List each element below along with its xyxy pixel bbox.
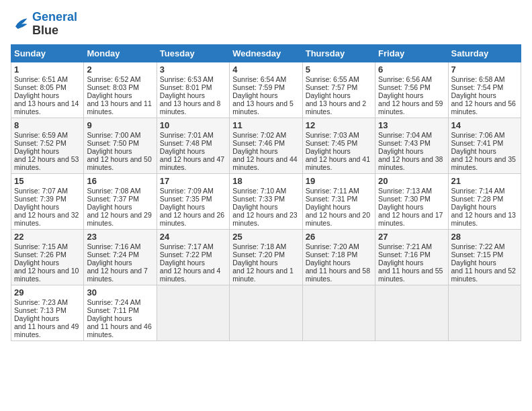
day-number: 20 (378, 176, 445, 186)
day-number: 3 (160, 64, 226, 75)
day-number: 16 (87, 176, 153, 186)
day-number: 8 (14, 120, 81, 130)
col-header-wednesday: Wednesday (230, 44, 302, 62)
day-number: 2 (87, 64, 153, 75)
calendar-cell: 9Sunrise: 7:00 AMSunset: 7:50 PMDaylight… (84, 118, 157, 173)
calendar-cell: 28Sunrise: 7:22 AMSunset: 7:15 PMDayligh… (448, 229, 521, 285)
day-number: 30 (87, 287, 153, 298)
calendar-cell: 27Sunrise: 7:21 AMSunset: 7:16 PMDayligh… (375, 229, 448, 285)
calendar-cell: 20Sunrise: 7:13 AMSunset: 7:30 PMDayligh… (375, 173, 448, 229)
calendar-cell: 18Sunrise: 7:10 AMSunset: 7:33 PMDayligh… (230, 173, 302, 229)
day-number: 18 (232, 176, 299, 186)
calendar-cell: 6Sunrise: 6:56 AMSunset: 7:56 PMDaylight… (375, 62, 448, 118)
day-number: 19 (306, 176, 372, 186)
logo-text: GeneralBlue (32, 11, 77, 38)
logo: GeneralBlue (11, 11, 77, 38)
calendar-cell: 30Sunrise: 7:24 AMSunset: 7:11 PMDayligh… (84, 285, 157, 340)
calendar-cell: 7Sunrise: 6:58 AMSunset: 7:54 PMDaylight… (448, 62, 521, 118)
day-number: 24 (160, 232, 226, 242)
day-number: 7 (451, 64, 518, 75)
day-number: 1 (14, 64, 81, 75)
day-number: 23 (87, 232, 153, 242)
calendar-cell: 14Sunrise: 7:06 AMSunset: 7:41 PMDayligh… (448, 118, 521, 173)
calendar-cell: 16Sunrise: 7:08 AMSunset: 7:37 PMDayligh… (84, 173, 157, 229)
day-number: 14 (451, 120, 518, 130)
col-header-friday: Friday (375, 44, 448, 62)
day-number: 21 (451, 176, 518, 186)
calendar-cell (157, 285, 229, 340)
day-number: 9 (87, 120, 153, 130)
logo-bird-icon (11, 15, 30, 34)
day-number: 29 (14, 287, 81, 298)
day-number: 5 (306, 64, 372, 75)
calendar-cell: 10Sunrise: 7:01 AMSunset: 7:48 PMDayligh… (157, 118, 229, 173)
day-number: 11 (232, 120, 299, 130)
calendar-cell: 22Sunrise: 7:15 AMSunset: 7:26 PMDayligh… (11, 229, 84, 285)
calendar-cell: 21Sunrise: 7:14 AMSunset: 7:28 PMDayligh… (448, 173, 521, 229)
calendar-cell: 26Sunrise: 7:20 AMSunset: 7:18 PMDayligh… (302, 229, 375, 285)
calendar-cell: 24Sunrise: 7:17 AMSunset: 7:22 PMDayligh… (157, 229, 229, 285)
calendar-cell: 17Sunrise: 7:09 AMSunset: 7:35 PMDayligh… (157, 173, 229, 229)
day-number: 13 (378, 120, 445, 130)
calendar-cell (448, 285, 521, 340)
day-number: 26 (306, 232, 372, 242)
calendar-cell: 29Sunrise: 7:23 AMSunset: 7:13 PMDayligh… (11, 285, 84, 340)
calendar-cell: 4Sunrise: 6:54 AMSunset: 7:59 PMDaylight… (230, 62, 302, 118)
day-number: 4 (232, 64, 299, 75)
day-number: 17 (160, 176, 226, 186)
day-number: 22 (14, 232, 81, 242)
calendar-cell (302, 285, 375, 340)
day-number: 6 (378, 64, 445, 75)
calendar-cell: 13Sunrise: 7:04 AMSunset: 7:43 PMDayligh… (375, 118, 448, 173)
col-header-saturday: Saturday (448, 44, 521, 62)
calendar-table: SundayMondayTuesdayWednesdayThursdayFrid… (11, 44, 521, 341)
col-header-monday: Monday (84, 44, 157, 62)
day-number: 25 (232, 232, 299, 242)
col-header-sunday: Sunday (11, 44, 84, 62)
col-header-tuesday: Tuesday (157, 44, 229, 62)
day-number: 10 (160, 120, 226, 130)
calendar-cell: 8Sunrise: 6:59 AMSunset: 7:52 PMDaylight… (11, 118, 84, 173)
calendar-cell: 25Sunrise: 7:18 AMSunset: 7:20 PMDayligh… (230, 229, 302, 285)
calendar-cell: 1Sunrise: 6:51 AMSunset: 8:05 PMDaylight… (11, 62, 84, 118)
calendar-cell: 2Sunrise: 6:52 AMSunset: 8:03 PMDaylight… (84, 62, 157, 118)
calendar-cell: 3Sunrise: 6:53 AMSunset: 8:01 PMDaylight… (157, 62, 229, 118)
calendar-cell: 15Sunrise: 7:07 AMSunset: 7:39 PMDayligh… (11, 173, 84, 229)
calendar-cell: 11Sunrise: 7:02 AMSunset: 7:46 PMDayligh… (230, 118, 302, 173)
day-number: 12 (306, 120, 372, 130)
day-number: 15 (14, 176, 81, 186)
calendar-cell (230, 285, 302, 340)
calendar-cell: 23Sunrise: 7:16 AMSunset: 7:24 PMDayligh… (84, 229, 157, 285)
calendar-cell: 12Sunrise: 7:03 AMSunset: 7:45 PMDayligh… (302, 118, 375, 173)
day-number: 28 (451, 232, 518, 242)
calendar-cell (375, 285, 448, 340)
col-header-thursday: Thursday (302, 44, 375, 62)
calendar-cell: 19Sunrise: 7:11 AMSunset: 7:31 PMDayligh… (302, 173, 375, 229)
day-number: 27 (378, 232, 445, 242)
calendar-cell: 5Sunrise: 6:55 AMSunset: 7:57 PMDaylight… (302, 62, 375, 118)
